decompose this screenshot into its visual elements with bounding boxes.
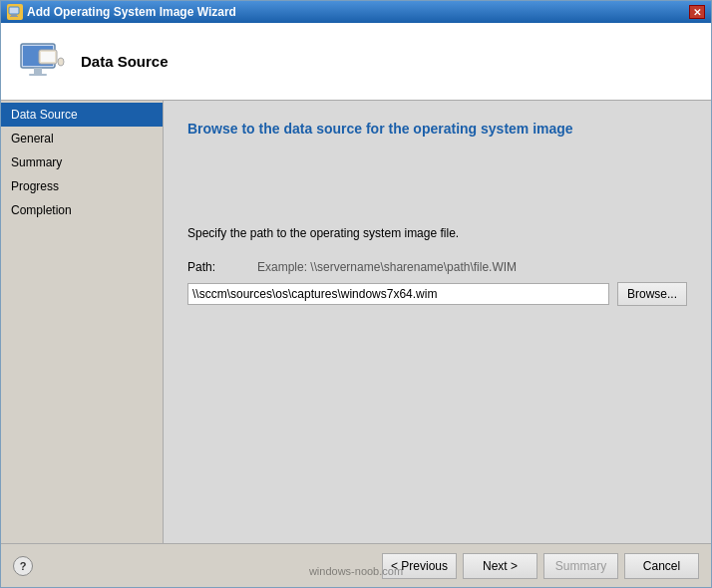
next-button[interactable]: Next >	[463, 553, 537, 579]
content-area: Browse to the data source for the operat…	[164, 101, 711, 543]
sidebar-item-data-source[interactable]: Data Source	[1, 103, 163, 127]
sidebar-item-completion[interactable]: Completion	[1, 198, 163, 222]
svg-point-9	[58, 58, 64, 66]
title-bar-icon	[7, 4, 23, 20]
wizard-footer: ? < Previous Next > Summary Cancel	[1, 543, 711, 587]
title-bar-left: Add Operating System Image Wizard	[7, 4, 236, 20]
path-row: Path: Example: \\servername\sharename\pa…	[187, 260, 687, 274]
svg-rect-6	[29, 74, 47, 76]
path-label: Path:	[187, 260, 247, 274]
wizard-header: Data Source	[1, 23, 711, 101]
path-example: Example: \\servername\sharename\path\fil…	[257, 260, 517, 274]
window-title: Add Operating System Image Wizard	[27, 5, 236, 19]
browse-button[interactable]: Browse...	[617, 282, 687, 306]
path-input[interactable]	[187, 283, 609, 305]
sidebar-item-general[interactable]: General	[1, 127, 163, 150]
sidebar-item-summary[interactable]: Summary	[1, 150, 163, 174]
close-button[interactable]: ✕	[689, 5, 705, 19]
content-heading: Browse to the data source for the operat…	[187, 121, 687, 137]
cancel-button[interactable]: Cancel	[624, 553, 699, 579]
help-button[interactable]: ?	[13, 556, 33, 576]
sidebar-item-progress[interactable]: Progress	[1, 174, 163, 198]
previous-button[interactable]: < Previous	[382, 553, 457, 579]
wizard-window: Add Operating System Image Wizard ✕ Data…	[0, 0, 712, 588]
svg-rect-0	[9, 7, 19, 14]
computer-icon	[17, 38, 65, 86]
content-description: Specify the path to the operating system…	[187, 226, 687, 240]
main-area: Data Source General Summary Progress Com…	[1, 101, 711, 543]
svg-rect-5	[34, 68, 42, 74]
summary-button[interactable]: Summary	[543, 553, 618, 579]
svg-rect-2	[10, 16, 18, 17]
title-bar: Add Operating System Image Wizard ✕	[1, 1, 711, 23]
header-title: Data Source	[81, 53, 169, 70]
svg-rect-1	[11, 14, 17, 16]
sidebar: Data Source General Summary Progress Com…	[1, 101, 164, 543]
svg-rect-8	[41, 52, 55, 62]
path-input-row: Browse...	[187, 282, 687, 306]
